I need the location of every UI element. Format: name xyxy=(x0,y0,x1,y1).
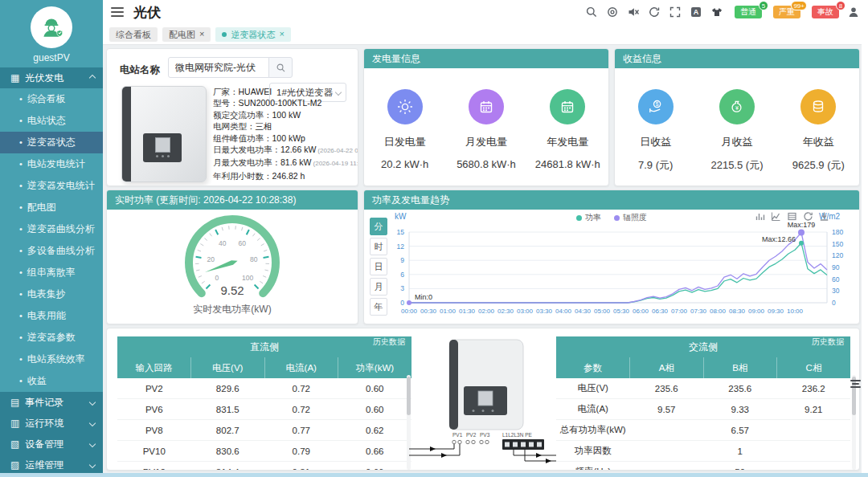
refresh-icon[interactable] xyxy=(648,6,661,18)
station-search-input[interactable] xyxy=(168,57,269,78)
table-header-cell: 参数 xyxy=(556,357,630,378)
dc-table-wrap: 直流侧历史数据输入回路电压(V)电流(A)功率(kW)PV2829.60.720… xyxy=(117,336,411,471)
sidebar-item[interactable]: •配电图 xyxy=(0,197,103,218)
spec-note: (2026-04-22 09:55:00) xyxy=(317,147,358,154)
avatar[interactable] xyxy=(31,6,72,48)
realtime-power-card: 实时功率 (更新时间: 2026-04-22 10:28:38) 0204060… xyxy=(106,190,358,324)
stat-value: 9625.9 (元) xyxy=(792,158,845,173)
table-cell: 50 xyxy=(630,462,851,471)
tab[interactable]: 配电图× xyxy=(162,27,211,42)
sidebar-group[interactable]: ▥运行环境 xyxy=(0,413,103,434)
coins-icon xyxy=(800,89,836,124)
search-icon[interactable] xyxy=(585,6,598,18)
svg-text:A: A xyxy=(694,8,699,16)
svg-text:180: 180 xyxy=(832,228,843,236)
tab-label: 配电图 xyxy=(169,27,195,42)
user-avatar-icon[interactable] xyxy=(847,6,860,18)
mute-speaker-icon[interactable] xyxy=(627,6,640,18)
translate-icon[interactable]: A xyxy=(690,6,702,18)
bullet-icon: • xyxy=(19,202,23,212)
sidebar-item[interactable]: •逆变器曲线分析 xyxy=(0,218,103,240)
data-view-icon[interactable] xyxy=(787,211,797,222)
stat-item: 日发电量20.2 kW·h xyxy=(369,89,441,170)
sidebar-group[interactable]: ▦光伏发电 xyxy=(0,67,103,88)
sidebar-item-label: 配电图 xyxy=(27,202,56,213)
table-cell: PV6 xyxy=(117,399,191,420)
svg-text:00:30: 00:30 xyxy=(420,308,437,315)
ac-table: 交流侧历史数据参数A相B相C相电压(V)235.6235.6236.2电流(A)… xyxy=(556,336,850,471)
svg-text:06:00: 06:00 xyxy=(633,308,649,315)
drag-handle-icon[interactable] xyxy=(850,377,861,390)
restore-icon[interactable] xyxy=(803,211,813,222)
sidebar: guestPV ▦光伏发电•综合看板•电站状态•逆变器状态•电站发电统计•逆变器… xyxy=(0,0,103,477)
spec-key: 电网类型： xyxy=(213,121,256,131)
history-data-link[interactable]: 历史数据 xyxy=(812,336,844,348)
bottom-scrollbar[interactable] xyxy=(0,473,868,477)
spec-key: 月最大发电功率： xyxy=(213,157,280,167)
ops-icon: ▨ xyxy=(10,460,19,470)
right-gutter xyxy=(862,0,868,477)
tab[interactable]: 逆变器状态× xyxy=(215,27,290,42)
sidebar-item-label: 逆变器参数 xyxy=(27,332,76,343)
tab[interactable]: 综合看板 xyxy=(109,27,158,42)
alarm-badge[interactable]: 事故8 xyxy=(812,6,839,18)
tab-close-icon[interactable]: × xyxy=(279,30,284,39)
sidebar-item[interactable]: •逆变器状态 xyxy=(0,132,103,153)
legend-item[interactable]: 功率 xyxy=(576,212,601,223)
svg-text:03:00: 03:00 xyxy=(517,308,534,315)
spec-value: 246.82 h xyxy=(272,171,305,181)
table-header-cell: 输入回路 xyxy=(117,357,191,378)
sidebar-item[interactable]: •电站系统效率 xyxy=(0,349,103,370)
station-search-button[interactable] xyxy=(268,57,293,78)
sidebar-item[interactable]: •电表用能 xyxy=(0,305,103,327)
active-tab-dot-icon xyxy=(222,32,227,37)
table-header-cell: 电压(V) xyxy=(191,357,265,378)
realtime-card-title: 实时功率 (更新时间: 2026-04-22 10:28:38) xyxy=(107,190,358,210)
history-data-link[interactable]: 历史数据 xyxy=(373,336,405,348)
table-title-row: 交流侧历史数据 xyxy=(556,336,850,357)
sidebar-item[interactable]: •收益 xyxy=(0,370,103,392)
target-icon[interactable] xyxy=(606,6,619,18)
tab-close-icon[interactable]: × xyxy=(199,30,204,39)
spec-row: 厂家：HUAWEI xyxy=(213,86,353,97)
stat-label: 月收益 xyxy=(721,135,752,149)
table-row: PV8802.70.770.62 xyxy=(117,420,411,441)
svg-text:09:00: 09:00 xyxy=(748,308,765,315)
sidebar-item[interactable]: •组串离散率 xyxy=(0,262,103,283)
sidebar-item-label: 逆变器状态 xyxy=(27,137,76,148)
legend-item[interactable]: 辐照度 xyxy=(614,212,647,223)
download-icon[interactable] xyxy=(819,211,829,222)
svg-text:05:00: 05:00 xyxy=(594,308,611,315)
svg-text:04:00: 04:00 xyxy=(555,308,572,315)
sidebar-group[interactable]: ▤事件记录 xyxy=(0,392,103,413)
tab-label: 逆变器状态 xyxy=(231,27,275,42)
sidebar-group[interactable]: ▧设备管理 xyxy=(0,434,103,455)
sidebar-item[interactable]: •电站状态 xyxy=(0,110,103,132)
alarm-badge[interactable]: 严重99+ xyxy=(773,6,800,18)
sidebar-item[interactable]: •逆变器发电统计 xyxy=(0,175,103,197)
fullscreen-icon[interactable] xyxy=(669,6,682,18)
sidebar-item[interactable]: •逆变器参数 xyxy=(0,327,103,349)
bullet-icon: • xyxy=(19,181,23,190)
theme-shirt-icon[interactable] xyxy=(710,6,723,18)
spec-note: (2026-04-19 11:15:00) xyxy=(313,160,358,167)
table-row: 总有功功率(kW)6.57 xyxy=(556,420,850,441)
svg-text:08:30: 08:30 xyxy=(729,308,746,315)
table-cell: 0.72 xyxy=(264,378,338,399)
line-chart-icon[interactable] xyxy=(771,211,781,222)
sidebar-item[interactable]: •电表集抄 xyxy=(0,283,103,305)
sidebar-item[interactable]: •电站发电统计 xyxy=(0,153,103,175)
stat-label: 日收益 xyxy=(640,135,671,149)
sidebar-group-label: 运维管理 xyxy=(25,459,84,472)
sidebar-item[interactable]: •综合看板 xyxy=(0,88,103,110)
sidebar-item[interactable]: •多设备曲线分析 xyxy=(0,240,103,262)
alarm-badge[interactable]: 普通5 xyxy=(735,6,762,18)
sidebar-item-label: 电站状态 xyxy=(27,115,66,126)
bar-chart-icon[interactable] xyxy=(755,211,765,222)
table-row: PV12814.40.810.66 xyxy=(117,462,411,471)
legend-dot-icon xyxy=(614,215,620,221)
menu-toggle-icon[interactable] xyxy=(111,7,124,17)
hand-coin-icon: $ xyxy=(638,89,674,124)
stat-value: 2215.5 (元) xyxy=(710,158,763,173)
sidebar-item-label: 组串离散率 xyxy=(27,267,76,278)
